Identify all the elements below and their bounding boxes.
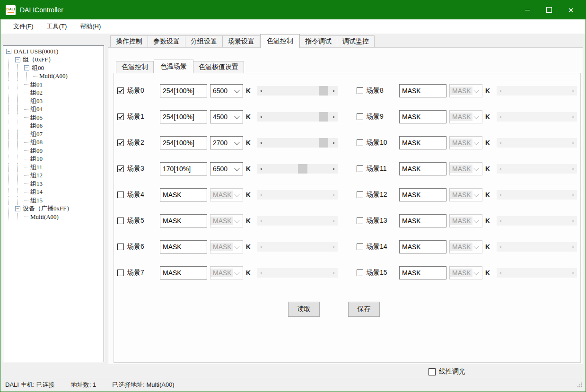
scene-2-checkbox[interactable]	[117, 139, 124, 146]
menu-file[interactable]: 文件(F)	[7, 19, 40, 34]
scene-13-value-input[interactable]	[399, 214, 446, 227]
scene-3-temp-scrollbar[interactable]: ‹ ›	[257, 164, 338, 174]
scene-6-value-input[interactable]	[160, 240, 207, 253]
scroll-right-icon[interactable]: ›	[330, 164, 338, 174]
scene-2-value-input[interactable]	[160, 136, 207, 149]
scrollbar-thumb[interactable]	[319, 86, 328, 96]
tree-item[interactable]: 组12	[6, 172, 104, 180]
scene-5-value-input[interactable]	[160, 214, 207, 227]
scene-2-temp-dropdown[interactable]: 2700	[210, 136, 243, 149]
tree-item[interactable]: 组11	[6, 163, 104, 172]
scene-0-temp-scrollbar[interactable]: ‹ ›	[257, 86, 338, 96]
scene-4-value-input[interactable]	[160, 188, 207, 201]
menu-help[interactable]: 帮助(H)	[73, 19, 107, 34]
scene-3-value-input[interactable]	[160, 162, 207, 175]
scene-15-checkbox[interactable]	[357, 270, 363, 276]
tree-expand-icon[interactable]: −	[15, 57, 20, 62]
tree-item[interactable]: −DALI USB(0001)	[6, 47, 104, 56]
scene-13-checkbox[interactable]	[357, 218, 363, 224]
resize-grip[interactable]	[577, 383, 582, 388]
scene-4-checkbox[interactable]	[117, 192, 124, 198]
scene-10-checkbox[interactable]	[357, 139, 363, 146]
tree-item[interactable]: 组03	[6, 97, 104, 105]
subtab-0[interactable]: 色温控制	[116, 61, 154, 73]
scene-11-value-input[interactable]	[399, 162, 446, 175]
tab-5[interactable]: 指令调试	[300, 35, 337, 47]
tree-item[interactable]: −设备（广播0xFF）	[6, 205, 104, 213]
scene-6-checkbox[interactable]	[117, 244, 124, 250]
read-button[interactable]: 读取	[288, 302, 320, 317]
scene-10-value-input[interactable]	[399, 136, 446, 149]
linear-dimming-checkbox[interactable]	[429, 368, 436, 375]
scene-1-temp-dropdown[interactable]: 4500	[210, 110, 243, 123]
scroll-right-icon[interactable]: ›	[330, 138, 338, 148]
scrollbar-thumb[interactable]	[319, 112, 328, 122]
scene-11-checkbox[interactable]	[357, 166, 363, 172]
tree-item[interactable]: 组06	[6, 122, 104, 131]
tree-item[interactable]: 组09	[6, 147, 104, 155]
tree-expand-icon[interactable]: −	[15, 206, 20, 211]
tree-item[interactable]: Multi(A00)	[6, 72, 104, 81]
tree-item[interactable]: 组05	[6, 113, 104, 122]
tab-1[interactable]: 参数设置	[148, 35, 185, 47]
tree-expand-icon[interactable]: −	[24, 65, 29, 70]
maximize-button[interactable]	[538, 0, 560, 19]
scrollbar-track[interactable]	[265, 164, 330, 174]
scrollbar-track[interactable]	[265, 86, 330, 96]
tab-3[interactable]: 场景设置	[223, 35, 260, 47]
scene-15-value-input[interactable]	[399, 266, 446, 279]
scroll-left-icon[interactable]: ‹	[257, 112, 265, 122]
scene-14-checkbox[interactable]	[357, 244, 363, 250]
tree-item[interactable]: 组07	[6, 130, 104, 139]
tree-item[interactable]: Multi(A00)	[6, 213, 104, 221]
scene-3-temp-dropdown[interactable]: 6500	[210, 162, 243, 175]
scene-7-checkbox[interactable]	[117, 270, 124, 276]
tree-item[interactable]: 组14	[6, 188, 104, 197]
scene-0-checkbox[interactable]	[117, 87, 124, 94]
scene-5-checkbox[interactable]	[117, 218, 124, 224]
scrollbar-track[interactable]	[265, 112, 330, 122]
scene-2-temp-scrollbar[interactable]: ‹ ›	[257, 138, 338, 148]
subtab-2[interactable]: 色温极值设置	[193, 61, 244, 73]
close-button[interactable]: ✕	[560, 0, 582, 19]
scene-1-checkbox[interactable]	[117, 113, 124, 120]
tab-2[interactable]: 分组设置	[185, 35, 223, 47]
scrollbar-thumb[interactable]	[319, 138, 328, 148]
linear-dimming-option[interactable]: 线性调光	[429, 367, 465, 376]
scene-12-checkbox[interactable]	[357, 192, 363, 198]
tree-item[interactable]: −组00	[6, 64, 104, 72]
tree-item[interactable]: −组（0xFF）	[6, 56, 104, 64]
scene-8-checkbox[interactable]	[357, 87, 363, 94]
tree-item[interactable]: 组02	[6, 89, 104, 97]
save-button[interactable]: 保存	[348, 302, 380, 317]
tree-item[interactable]: 组08	[6, 139, 104, 147]
tab-4[interactable]: 色温控制	[260, 34, 300, 48]
menu-tools[interactable]: 工具(T)	[40, 19, 74, 34]
scroll-left-icon[interactable]: ‹	[257, 164, 265, 174]
tab-0[interactable]: 操作控制	[110, 35, 148, 47]
scroll-left-icon[interactable]: ‹	[257, 138, 265, 148]
scene-3-checkbox[interactable]	[117, 166, 124, 172]
scrollbar-track[interactable]	[265, 138, 330, 148]
scene-8-value-input[interactable]	[399, 84, 446, 97]
tree-item[interactable]: 组13	[6, 180, 104, 188]
tree-expand-icon[interactable]: −	[6, 49, 11, 54]
scroll-right-icon[interactable]: ›	[330, 86, 338, 96]
scene-1-temp-scrollbar[interactable]: ‹ ›	[257, 112, 338, 122]
tree-item[interactable]: 组04	[6, 105, 104, 114]
scene-0-value-input[interactable]	[160, 84, 207, 97]
scene-1-value-input[interactable]	[160, 110, 207, 123]
minimize-button[interactable]	[516, 0, 538, 19]
tree-item[interactable]: 组15	[6, 196, 104, 205]
tree-item[interactable]: 组10	[6, 155, 104, 164]
tab-6[interactable]: 调试监控	[337, 35, 375, 47]
scene-7-value-input[interactable]	[160, 266, 207, 279]
scrollbar-thumb[interactable]	[298, 164, 307, 174]
scene-9-value-input[interactable]	[399, 110, 446, 123]
scene-0-temp-dropdown[interactable]: 6500	[210, 84, 243, 97]
subtab-1[interactable]: 色温场景	[154, 60, 193, 73]
scroll-left-icon[interactable]: ‹	[257, 86, 265, 96]
tree-item[interactable]: 组01	[6, 80, 104, 89]
scene-14-value-input[interactable]	[399, 240, 446, 253]
scroll-right-icon[interactable]: ›	[330, 112, 338, 122]
